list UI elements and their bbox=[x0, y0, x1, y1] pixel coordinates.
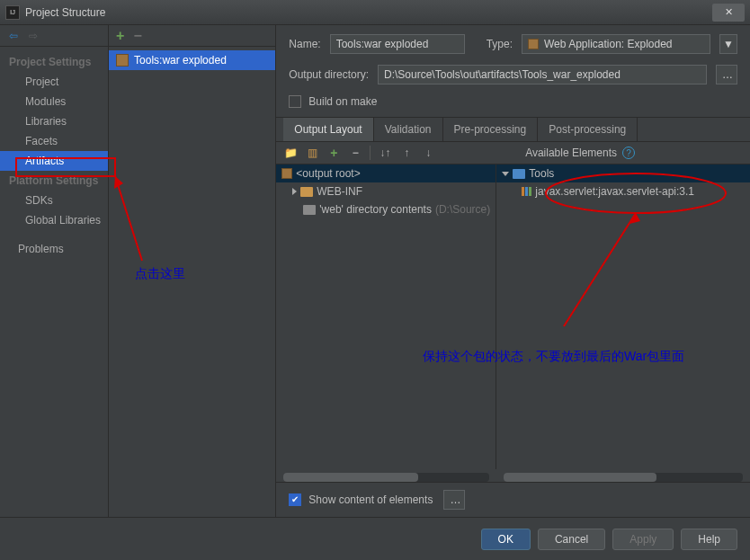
titlebar: IJ Project Structure ✕ bbox=[0, 0, 750, 25]
sidebar-item-global-libraries[interactable]: Global Libraries bbox=[9, 210, 108, 230]
remove-icon[interactable]: − bbox=[348, 146, 362, 160]
tree-label: WEB-INF bbox=[317, 185, 362, 198]
available-lib-row[interactable]: javax.servlet:javax.servlet-api:3.1 bbox=[496, 182, 750, 200]
output-dir-row: Output directory: … bbox=[276, 59, 750, 90]
expand-icon[interactable] bbox=[292, 188, 297, 195]
nav-back-icon[interactable]: ⇦ bbox=[9, 30, 18, 42]
annotation-overlay bbox=[496, 164, 730, 461]
output-dir-browse-button[interactable]: … bbox=[716, 65, 737, 84]
available-root-row[interactable]: Tools bbox=[496, 164, 750, 182]
output-dir-label: Output directory: bbox=[289, 68, 369, 81]
sidebar: ⇦ ⇨ Project Settings Project Modules Lib… bbox=[0, 25, 109, 517]
apply-button[interactable]: Apply bbox=[612, 529, 674, 550]
tab-post-processing[interactable]: Post-processing bbox=[538, 118, 638, 141]
move-down-icon[interactable]: ↓ bbox=[421, 146, 435, 160]
type-combo[interactable]: Web Application: Exploded bbox=[522, 34, 710, 54]
module-icon bbox=[513, 169, 525, 179]
toolbar-separator bbox=[370, 146, 371, 160]
layout-split: <output root> WEB-INF 'web' directory co… bbox=[276, 164, 750, 469]
available-lib-label: javax.servlet:javax.servlet-api:3.1 bbox=[535, 185, 694, 198]
tree-row-webinf[interactable]: WEB-INF bbox=[276, 182, 496, 200]
dir-contents-icon bbox=[303, 205, 316, 215]
add-artifact-icon[interactable]: + bbox=[116, 28, 124, 44]
nav-forward-icon[interactable]: ⇨ bbox=[29, 30, 38, 42]
artifact-item[interactable]: Tools:war exploded bbox=[109, 50, 275, 70]
output-dir-input[interactable] bbox=[378, 65, 707, 84]
move-up-icon[interactable]: ↑ bbox=[399, 146, 414, 160]
tree-row-webdir[interactable]: 'web' directory contents (D:\Source) bbox=[276, 200, 496, 218]
available-tree: Tools javax.servlet:javax.servlet-api:3.… bbox=[496, 164, 750, 469]
dialog-buttons: OK Cancel Apply Help bbox=[0, 517, 750, 560]
show-contents-row: ✔ Show content of elements … bbox=[276, 482, 750, 517]
artifact-label: Tools:war exploded bbox=[134, 54, 227, 67]
help-button[interactable]: Help bbox=[681, 529, 737, 550]
show-contents-label: Show content of elements bbox=[308, 493, 433, 506]
artifacts-toolbar: + − bbox=[109, 25, 275, 47]
sidebar-item-problems[interactable]: Problems bbox=[9, 239, 108, 259]
sidebar-item-sdks[interactable]: SDKs bbox=[9, 191, 108, 210]
tab-validation[interactable]: Validation bbox=[374, 118, 443, 141]
scrollbars-row bbox=[276, 469, 750, 482]
name-input[interactable] bbox=[330, 34, 465, 54]
new-folder-icon[interactable]: 📁 bbox=[283, 146, 298, 160]
sidebar-item-libraries[interactable]: Libraries bbox=[9, 111, 108, 131]
sidebar-nav: ⇦ ⇨ bbox=[0, 25, 108, 47]
artifacts-panel: + − Tools:war exploded bbox=[109, 25, 276, 517]
output-root-label: <output root> bbox=[296, 167, 360, 180]
sidebar-item-facets[interactable]: Facets bbox=[9, 131, 108, 151]
add-copy-icon[interactable]: + bbox=[326, 146, 341, 160]
artifacts-list: Tools:war exploded bbox=[109, 47, 275, 74]
window-title: Project Structure bbox=[25, 6, 105, 19]
content: ⇦ ⇨ Project Settings Project Modules Lib… bbox=[0, 25, 750, 517]
layout-toolbar: 📁 ▥ + − ↓↑ ↑ ↓ Available Elements ? bbox=[276, 142, 750, 164]
sidebar-item-project[interactable]: Project bbox=[9, 72, 108, 92]
sidebar-heading-project-settings: Project Settings bbox=[9, 52, 108, 72]
cancel-button[interactable]: Cancel bbox=[538, 529, 605, 550]
type-label: Type: bbox=[487, 38, 513, 50]
main-panel: Name: Type: Web Application: Exploded ▼ … bbox=[276, 25, 750, 517]
type-value: Web Application: Exploded bbox=[544, 38, 673, 50]
ok-button[interactable]: OK bbox=[481, 529, 531, 550]
remove-artifact-icon[interactable]: − bbox=[133, 28, 141, 44]
tree-label: 'web' directory contents bbox=[319, 203, 432, 216]
help-icon[interactable]: ? bbox=[622, 147, 635, 159]
sidebar-item-modules[interactable]: Modules bbox=[9, 92, 108, 111]
output-tree: <output root> WEB-INF 'web' directory co… bbox=[276, 164, 496, 469]
type-icon bbox=[528, 39, 539, 49]
output-root-icon bbox=[281, 168, 292, 179]
library-icon bbox=[522, 187, 531, 196]
new-archive-icon[interactable]: ▥ bbox=[305, 146, 319, 160]
output-scrollbar[interactable] bbox=[283, 473, 489, 482]
artifact-icon bbox=[116, 54, 129, 67]
name-type-row: Name: Type: Web Application: Exploded ▼ bbox=[276, 25, 750, 59]
tree-suffix: (D:\Source) bbox=[435, 203, 490, 216]
build-on-make-row: Build on make bbox=[276, 90, 750, 117]
available-elements-label: Available Elements bbox=[525, 147, 617, 159]
build-on-make-label: Build on make bbox=[308, 95, 377, 108]
sort-icon[interactable]: ↓↑ bbox=[378, 146, 392, 160]
available-scrollbar[interactable] bbox=[504, 473, 743, 482]
available-root-label: Tools bbox=[529, 167, 554, 180]
tabs: Output Layout Validation Pre-processing … bbox=[276, 117, 750, 142]
output-root-row[interactable]: <output root> bbox=[276, 164, 496, 182]
show-contents-config-button[interactable]: … bbox=[443, 490, 465, 510]
window-close-button[interactable]: ✕ bbox=[712, 4, 745, 22]
show-contents-checkbox[interactable]: ✔ bbox=[289, 493, 301, 506]
app-icon: IJ bbox=[5, 5, 20, 20]
tab-pre-processing[interactable]: Pre-processing bbox=[443, 118, 539, 141]
type-dropdown-button[interactable]: ▼ bbox=[719, 34, 737, 54]
build-on-make-checkbox[interactable] bbox=[289, 95, 301, 108]
sidebar-item-artifacts[interactable]: Artifacts bbox=[0, 151, 108, 171]
expand-icon[interactable] bbox=[502, 172, 509, 176]
sidebar-heading-platform-settings: Platform Settings bbox=[9, 171, 108, 191]
svg-line-1 bbox=[564, 213, 636, 326]
svg-marker-2 bbox=[629, 213, 640, 224]
name-label: Name: bbox=[289, 38, 320, 50]
tab-output-layout[interactable]: Output Layout bbox=[283, 118, 373, 141]
folder-icon bbox=[300, 187, 313, 197]
